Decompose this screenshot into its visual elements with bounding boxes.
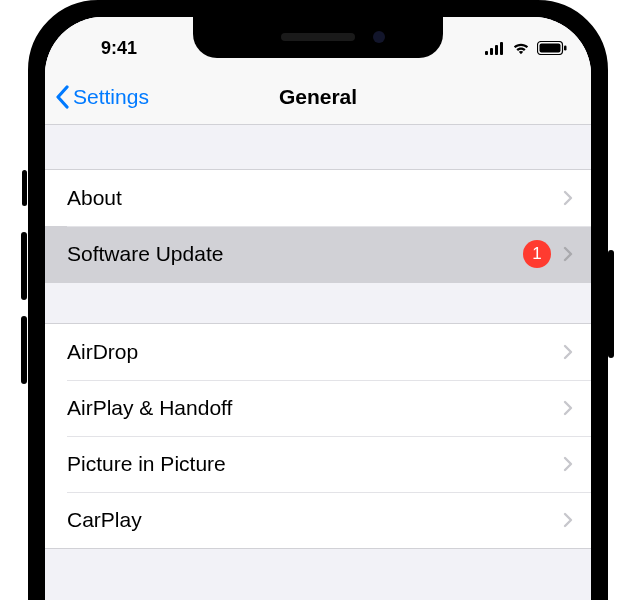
- chevron-right-icon: [563, 246, 573, 262]
- row-label: About: [67, 186, 563, 210]
- battery-icon: [537, 41, 567, 55]
- settings-section: About Software Update 1: [45, 169, 591, 283]
- chevron-right-icon: [563, 456, 573, 472]
- cellular-icon: [485, 42, 505, 55]
- navigation-bar: Settings General: [45, 69, 591, 125]
- notification-badge: 1: [523, 240, 551, 268]
- back-button[interactable]: Settings: [55, 85, 149, 109]
- volume-down-button[interactable]: [21, 316, 27, 384]
- phone-frame: 9:41: [28, 0, 608, 600]
- speaker-grille: [281, 33, 355, 41]
- row-label: Software Update: [67, 242, 523, 266]
- volume-up-button[interactable]: [21, 232, 27, 300]
- svg-rect-0: [485, 51, 488, 55]
- svg-rect-5: [540, 44, 561, 53]
- row-label: Picture in Picture: [67, 452, 563, 476]
- chevron-right-icon: [563, 190, 573, 206]
- settings-section: AirDrop AirPlay & Handoff: [45, 323, 591, 549]
- phone-bezel: 9:41: [45, 17, 591, 600]
- row-label: AirDrop: [67, 340, 563, 364]
- row-label: CarPlay: [67, 508, 563, 532]
- mute-switch[interactable]: [22, 170, 27, 206]
- row-label: AirPlay & Handoff: [67, 396, 563, 420]
- section-spacer: [45, 283, 591, 323]
- row-software-update[interactable]: Software Update 1: [45, 226, 591, 282]
- svg-rect-6: [564, 46, 567, 51]
- notch: [193, 17, 443, 58]
- row-airplay-handoff[interactable]: AirPlay & Handoff: [45, 380, 591, 436]
- chevron-right-icon: [563, 344, 573, 360]
- status-indicators: [467, 41, 567, 55]
- row-carplay[interactable]: CarPlay: [45, 492, 591, 548]
- section-spacer: [45, 125, 591, 169]
- settings-table: About Software Update 1: [45, 125, 591, 549]
- wifi-icon: [511, 41, 531, 55]
- status-time: 9:41: [69, 38, 169, 59]
- row-picture-in-picture[interactable]: Picture in Picture: [45, 436, 591, 492]
- front-camera: [373, 31, 385, 43]
- row-about[interactable]: About: [45, 170, 591, 226]
- svg-rect-1: [490, 48, 493, 55]
- chevron-right-icon: [563, 400, 573, 416]
- chevron-right-icon: [563, 512, 573, 528]
- back-label: Settings: [73, 85, 149, 109]
- chevron-left-icon: [55, 85, 71, 109]
- svg-rect-3: [500, 42, 503, 55]
- svg-rect-2: [495, 45, 498, 55]
- power-button[interactable]: [608, 250, 614, 358]
- screen: 9:41: [45, 17, 591, 600]
- row-airdrop[interactable]: AirDrop: [45, 324, 591, 380]
